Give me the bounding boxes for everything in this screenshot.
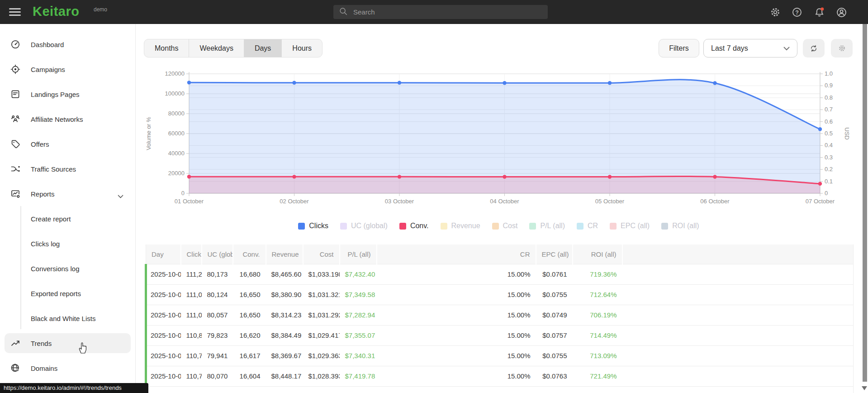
- cell: $0.0763: [536, 366, 573, 386]
- legend-label: P/L (all): [540, 222, 565, 230]
- table-row[interactable]: 2025-10-04110,8079,82316,620$8,384.49$1,…: [146, 325, 854, 345]
- column-header-epc-all: EPC (all): [536, 244, 573, 264]
- sidebar-item-conversions-log[interactable]: Conversions log: [5, 259, 131, 278]
- cell: 16,617: [233, 345, 266, 366]
- filters-button[interactable]: Filters: [659, 39, 699, 58]
- campaigns-icon: [10, 64, 20, 74]
- search-input[interactable]: [352, 8, 533, 16]
- sidebar-item-affiliate-networks[interactable]: Affiliate Networks: [5, 109, 131, 129]
- hamburger-menu-button[interactable]: [9, 6, 22, 17]
- cell: 79,823: [202, 325, 233, 345]
- cell: [622, 264, 854, 284]
- legend-label: EPC (all): [621, 222, 650, 230]
- keitaro-logo[interactable]: Keitaro: [33, 4, 79, 19]
- table-row[interactable]: 2025-10-05110,7979,94116,617$8,369.67$1,…: [146, 345, 854, 366]
- svg-text:0.6: 0.6: [825, 118, 833, 125]
- legend-swatch: [492, 223, 499, 230]
- tab-months[interactable]: Months: [144, 39, 189, 57]
- cell: $0.0757: [536, 325, 573, 345]
- sidebar-item-label: Affiliate Networks: [31, 115, 83, 123]
- sidebar-item-reports[interactable]: Reports: [5, 184, 131, 204]
- legend-swatch: [340, 223, 347, 230]
- trends-icon: [10, 338, 20, 348]
- refresh-button[interactable]: [803, 39, 825, 58]
- sidebar-item-create-report[interactable]: Create report: [5, 209, 131, 229]
- legend-label: ROI (all): [672, 222, 699, 230]
- cell: 80,124: [202, 284, 233, 305]
- search-box[interactable]: [333, 5, 548, 19]
- table-row[interactable]: 2025-10-0764,4044,4579,648$4,888.04$527.…: [146, 386, 854, 393]
- date-range-select[interactable]: Last 7 days: [703, 39, 797, 58]
- column-header-conv: Conv.: [233, 244, 266, 264]
- sidebar-item-domains[interactable]: Domains: [5, 358, 131, 378]
- tab-hours[interactable]: Hours: [282, 39, 322, 57]
- legend-item-p-l-all[interactable]: P/L (all): [529, 222, 565, 230]
- domains-icon: [10, 363, 20, 373]
- topbar: Keitaro demo ?: [0, 0, 868, 24]
- traffic-sources-icon: [10, 164, 20, 174]
- table-row[interactable]: 2025-10-02111,0080,12416,650$8,380.90$1,…: [146, 284, 854, 305]
- scrollbar-down-arrow[interactable]: [862, 386, 867, 390]
- legend-item-epc-all[interactable]: EPC (all): [610, 222, 650, 230]
- legend-item-cr[interactable]: CR: [577, 222, 598, 230]
- sidebar-item-black-and-white-lists[interactable]: Black and White Lists: [5, 308, 131, 328]
- sidebar-item-dashboard[interactable]: Dashboard: [5, 34, 131, 54]
- tab-days[interactable]: Days: [244, 39, 282, 57]
- settings-button[interactable]: [769, 6, 782, 19]
- legend-item-uc-global[interactable]: UC (global): [340, 222, 388, 230]
- svg-text:02 October: 02 October: [280, 198, 309, 205]
- legend-swatch: [529, 223, 536, 230]
- cell: $8,465.60: [266, 264, 303, 284]
- legend-item-roi-all[interactable]: ROI (all): [661, 222, 699, 230]
- scrollbar-thumb[interactable]: [863, 24, 867, 382]
- help-button[interactable]: ?: [791, 6, 803, 19]
- sidebar-item-landings-pages[interactable]: Landings Pages: [5, 84, 131, 104]
- cell: 713.09%: [573, 345, 622, 366]
- cell: $1,028.3930: [303, 366, 340, 386]
- svg-text:0.7: 0.7: [825, 106, 833, 113]
- legend-item-clicks[interactable]: Clicks: [298, 222, 328, 230]
- account-button[interactable]: [835, 6, 848, 19]
- sidebar-item-exported-reports[interactable]: Exported reports: [5, 283, 131, 303]
- submenu-guide-line: [20, 206, 21, 329]
- cell: $1,033.1989: [303, 264, 340, 284]
- svg-text:20000: 20000: [168, 170, 185, 177]
- sidebar-item-offers[interactable]: Offers: [5, 134, 131, 154]
- notification-badge: [821, 7, 824, 10]
- user-avatar-icon: [835, 6, 848, 19]
- affiliate-networks-icon: [10, 114, 20, 124]
- sidebar-item-label: Exported reports: [31, 290, 81, 297]
- dashboard-icon: [10, 39, 20, 49]
- chart-settings-button[interactable]: [831, 39, 853, 58]
- table-row[interactable]: 2025-10-06110,7080,07016,604$8,448.17$1,…: [146, 366, 854, 386]
- table-row[interactable]: 2025-10-03111,0080,05716,650$8,314.23$1,…: [146, 305, 854, 325]
- legend-item-revenue[interactable]: Revenue: [441, 222, 480, 230]
- legend-swatch: [441, 223, 447, 230]
- legend-item-cost[interactable]: Cost: [492, 222, 518, 230]
- notifications-button[interactable]: [813, 6, 825, 19]
- sidebar-item-traffic-sources[interactable]: Traffic Sources: [5, 159, 131, 179]
- svg-text:05 October: 05 October: [595, 198, 625, 205]
- trends-table: DayClicksUC (global)Conv.RevenueCostP/L …: [145, 244, 852, 393]
- cell: 15.00%: [377, 284, 536, 305]
- svg-text:Volume or %: Volume or %: [145, 117, 152, 150]
- cell: $7,355.07: [340, 325, 377, 345]
- cell: 16,620: [233, 325, 266, 345]
- trends-chart: 02000040000600008000010000012000000.10.2…: [136, 66, 862, 215]
- svg-text:01 October: 01 October: [175, 198, 204, 205]
- table-row[interactable]: 2025-10-01111,2180,17316,680$8,465.60$1,…: [146, 264, 854, 284]
- sidebar-item-label: Dashboard: [31, 41, 64, 48]
- svg-text:0.5: 0.5: [825, 130, 833, 137]
- legend-item-conv[interactable]: Conv.: [399, 222, 429, 230]
- svg-text:0: 0: [181, 190, 185, 196]
- sidebar-item-clicks-log[interactable]: Clicks log: [5, 234, 131, 254]
- cell: $8,380.90: [266, 284, 303, 305]
- sidebar-item-trends[interactable]: Trends: [5, 333, 131, 353]
- cell: 80,070: [202, 366, 233, 386]
- cell: 111,21: [181, 264, 202, 284]
- tab-weekdays[interactable]: Weekdays: [189, 39, 244, 57]
- sidebar-item-campaigns[interactable]: Campaigns: [5, 59, 131, 79]
- env-badge: demo: [94, 6, 107, 13]
- cell: 64,40: [181, 386, 202, 393]
- svg-text:0.1: 0.1: [825, 178, 833, 185]
